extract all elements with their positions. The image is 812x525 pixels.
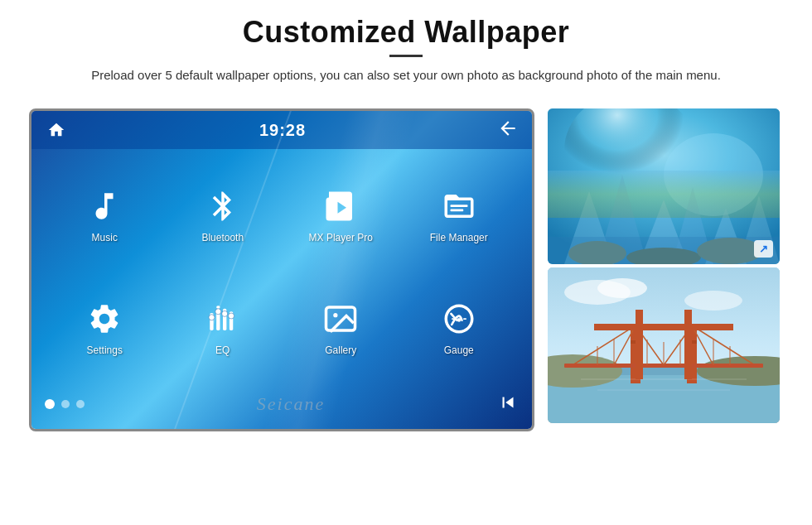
folder-icon xyxy=(438,185,480,227)
svg-rect-51 xyxy=(564,364,763,368)
svg-point-33 xyxy=(597,278,647,298)
svg-rect-0 xyxy=(450,205,467,207)
svg-point-34 xyxy=(684,291,742,311)
title-area: Customized Wallpaper Preload over 5 defa… xyxy=(0,0,812,94)
photo-bridge xyxy=(548,267,780,423)
svg-line-46 xyxy=(614,325,636,365)
app-bluetooth[interactable]: Bluetooth xyxy=(167,161,280,268)
svg-rect-30 xyxy=(548,237,780,264)
dot-1[interactable] xyxy=(45,399,55,409)
page-dots xyxy=(45,399,85,409)
skip-back-icon[interactable] xyxy=(497,392,519,417)
svg-rect-42 xyxy=(685,324,698,329)
svg-rect-39 xyxy=(631,325,640,383)
app-settings[interactable]: Settings xyxy=(48,273,162,381)
gauge-icon xyxy=(438,298,480,340)
svg-point-13 xyxy=(228,313,234,319)
photo-ice-cave: ↗ xyxy=(548,108,780,264)
app-gallery-label: Gallery xyxy=(325,344,356,356)
headunit-display: 19:28 Music xyxy=(31,111,532,429)
watermark: Seicane xyxy=(257,393,325,415)
svg-rect-5 xyxy=(216,306,220,309)
app-eq-label: EQ xyxy=(215,344,230,356)
svg-rect-41 xyxy=(629,324,642,329)
svg-rect-40 xyxy=(687,325,697,383)
headunit-bottombar: Seicane xyxy=(31,379,532,429)
app-eq[interactable]: EQ xyxy=(167,273,280,381)
bluetooth-icon xyxy=(202,185,244,227)
home-icon[interactable] xyxy=(45,121,68,139)
app-gallery[interactable]: Gallery xyxy=(284,273,398,381)
svg-point-10 xyxy=(209,315,215,320)
music-icon xyxy=(84,185,125,227)
svg-point-11 xyxy=(215,309,221,315)
trending-icon: ↗ xyxy=(759,243,768,255)
right-photos: ↗ xyxy=(548,108,783,423)
app-gauge[interactable]: Gauge xyxy=(403,273,516,381)
app-bluetooth-label: Bluetooth xyxy=(201,232,244,243)
dot-2[interactable] xyxy=(61,400,70,408)
svg-point-15 xyxy=(334,313,338,317)
dot-3[interactable] xyxy=(76,400,85,408)
svg-point-17 xyxy=(457,319,461,322)
settings-icon xyxy=(84,298,125,340)
app-grid: Music Bluetooth xyxy=(31,149,532,381)
app-filemanager[interactable]: File Manager xyxy=(403,161,516,268)
page-title: Customized Wallpaper xyxy=(50,15,762,50)
app-music[interactable]: Music xyxy=(48,161,162,268)
app-mxplayer-label: MX Player Pro xyxy=(309,232,373,243)
video-icon xyxy=(320,185,361,227)
content-area: 19:28 Music xyxy=(0,94,812,431)
svg-rect-8 xyxy=(230,317,233,330)
title-divider xyxy=(389,55,423,57)
back-icon[interactable] xyxy=(497,118,519,143)
svg-point-12 xyxy=(221,311,227,316)
svg-point-20 xyxy=(664,133,763,216)
svg-line-48 xyxy=(664,325,692,365)
headunit-topbar: 19:28 xyxy=(31,111,532,149)
app-mxplayer[interactable]: MX Player Pro xyxy=(284,161,398,268)
app-filemanager-label: File Manager xyxy=(430,232,488,243)
headunit-screen: 19:28 Music xyxy=(29,108,534,431)
eq-icon xyxy=(202,298,244,340)
svg-rect-44 xyxy=(687,340,697,344)
app-settings-label: Settings xyxy=(87,344,123,356)
app-music-label: Music xyxy=(92,232,118,243)
photo-badge: ↗ xyxy=(754,240,773,258)
app-gauge-label: Gauge xyxy=(444,344,474,356)
svg-rect-1 xyxy=(450,210,463,212)
headunit-time: 19:28 xyxy=(259,121,306,140)
svg-line-49 xyxy=(692,325,713,365)
gallery-icon xyxy=(320,298,361,340)
page-subtitle: Preload over 5 default wallpaper options… xyxy=(50,65,762,85)
svg-rect-43 xyxy=(631,340,640,344)
svg-line-47 xyxy=(636,325,664,365)
